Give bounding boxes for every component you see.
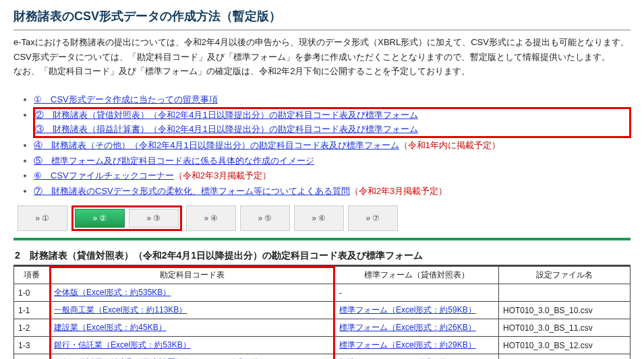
section-2-heading: 2 財務諸表（貸借対照表）（令和2年4月1日以降提出分）の勘定科目コード表及び標…	[15, 250, 631, 262]
toc-note-6: （令和2年3月掲載予定）	[174, 170, 271, 181]
cell-file: HOT010_3.0_BS_11.csv	[499, 319, 631, 337]
table-row: 1-3 銀行・信託業（Excel形式：約53KB） 標準フォーム（Excel形式…	[14, 337, 631, 354]
title-rule	[13, 30, 631, 30]
toc-item-4: ④ 財務諸表（その他）（令和2年4月1日以降提出分）の勘定科目コード表及び標準フ…	[34, 139, 631, 153]
cell-num: 1-2	[14, 319, 50, 337]
nav-btn-2[interactable]: » ②	[75, 209, 125, 228]
toc-link-4[interactable]: ④ 財務諸表（その他）（令和2年4月1日以降提出分）の勘定科目コード表及び標準フ…	[34, 140, 399, 150]
code-link[interactable]: 建設業（Excel形式：約45KB）	[54, 323, 167, 332]
form-link[interactable]: 標準フォーム（Excel形式：約29KB）	[339, 340, 476, 350]
nav-btn-6[interactable]: » ⑥	[294, 205, 344, 231]
cell-code: 全体版（Excel形式：約535KB）	[50, 284, 335, 302]
code-link[interactable]: 全体版（Excel形式：約535KB）	[54, 288, 171, 297]
code-link[interactable]: 一般商工業（Excel形式：約113KB）	[54, 305, 187, 315]
toc-list: ① CSV形式データ作成に当たっての留意事項 ② 財務諸表（貸借対照表）（令和2…	[13, 93, 631, 199]
page-title: 財務諸表のCSV形式データの作成方法（暫定版）	[13, 8, 631, 24]
cell-num: 1-0	[14, 284, 50, 302]
nav-btn-5[interactable]: » ⑤	[240, 205, 290, 231]
toc-item-1: ① CSV形式データ作成に当たっての留意事項	[34, 93, 631, 107]
cell-file	[499, 284, 631, 302]
form-link[interactable]: 標準フォーム（Excel形式：約59KB）	[339, 305, 476, 315]
toc-link-2[interactable]: ② 財務諸表（貸借対照表）（令和2年4月1日以降提出分）の勘定科目コード表及び標…	[35, 110, 418, 120]
table-row: 1-2 建設業（Excel形式：約45KB） 標準フォーム（Excel形式：約2…	[14, 319, 631, 337]
section-divider	[13, 238, 631, 240]
cell-code: 一般商工業（Excel形式：約113KB）	[50, 302, 335, 319]
th-file: 設定ファイル名	[499, 267, 631, 284]
intro-block: e-Taxにおける財務諸表の提出については、令和2年4月以後の申告から、現状のデ…	[13, 36, 631, 78]
toc-highlight-box: ② 財務諸表（貸借対照表）（令和2年4月1日以降提出分）の勘定科目コード表及び標…	[34, 108, 631, 137]
toc-link-6[interactable]: ⑥ CSVファイルチェックコーナー	[34, 170, 174, 181]
th-num: 項番	[14, 267, 50, 284]
cell-form: 標準フォーム（Excel形式：約26KB）	[335, 319, 499, 337]
toc-item-7: ⑦ 財務諸表のCSVデータ形式の柔軟化、標準フォーム等についてよくある質問（令和…	[34, 185, 631, 199]
cell-file: HOT010_3.0_BS_10.csv	[499, 302, 631, 319]
code-table: 項番 勘定科目コード表 標準フォーム（貸借対照表） 設定ファイル名 1-0 全体…	[13, 266, 631, 359]
cell-form: 標準フォーム（Excel形式：約59KB）	[335, 302, 499, 319]
cell-code: 銀行・信託業（特定取引勘定設置銀行）（Excel形式：約55KB）	[50, 354, 335, 359]
cell-file: HOT010_3.0_BS_12.csv	[499, 337, 631, 354]
table-header-row: 項番 勘定科目コード表 標準フォーム（貸借対照表） 設定ファイル名	[14, 267, 631, 284]
nav-btn-4[interactable]: » ④	[186, 205, 236, 231]
cell-form: 標準フォーム（Excel形式：約29KB）	[335, 337, 499, 354]
toc-link-3[interactable]: ③ 財務諸表（損益計算書）（令和2年4月1日以降提出分）の勘定科目コード表及び標…	[35, 124, 418, 134]
table-row: 1-0 全体版（Excel形式：約535KB） -	[14, 284, 631, 302]
toc-link-5[interactable]: ⑤ 標準フォーム及び勘定科目コード表に係る具体的な作成のイメージ	[34, 156, 314, 166]
table-row: 1-4 銀行・信託業（特定取引勘定設置銀行）（Excel形式：約55KB） 標準…	[14, 354, 631, 359]
cell-file: HOT010_3.0_BS_13.csv	[499, 354, 631, 359]
cell-code: 銀行・信託業（Excel形式：約53KB）	[50, 337, 335, 354]
toc-link-1[interactable]: ① CSV形式データ作成に当たっての留意事項	[34, 94, 218, 104]
cell-code: 建設業（Excel形式：約45KB）	[50, 319, 335, 337]
toc-note-4: （令和1年内に掲載予定）	[399, 140, 500, 150]
intro-line-3: なお、「勘定科目コード」及び「標準フォーム」の確定版は、令和2年2月下旬に公開す…	[13, 65, 631, 78]
intro-line-2: CSV形式データについては、「勘定科目コード」及び「標準フォーム」を参考に作成い…	[13, 51, 631, 64]
table-row: 1-1 一般商工業（Excel形式：約113KB） 標準フォーム（Excel形式…	[14, 302, 631, 319]
toc-item-5: ⑤ 標準フォーム及び勘定科目コード表に係る具体的な作成のイメージ	[34, 154, 631, 168]
toc-note-7: （令和2年3月掲載予定）	[350, 186, 447, 196]
cell-form: 標準フォーム（Excel形式：約30KB）	[335, 354, 499, 359]
nav-btn-3[interactable]: » ③	[129, 209, 179, 228]
cell-num: 1-4	[14, 354, 50, 359]
form-link[interactable]: 標準フォーム（Excel形式：約26KB）	[339, 323, 476, 332]
toc-item-6: ⑥ CSVファイルチェックコーナー（令和2年3月掲載予定）	[34, 169, 631, 183]
th-code-label: 勘定科目コード表	[160, 270, 225, 280]
intro-line-1: e-Taxにおける財務諸表の提出については、令和2年4月以後の申告から、現状のデ…	[13, 36, 631, 49]
toc-link-7[interactable]: ⑦ 財務諸表のCSVデータ形式の柔軟化、標準フォーム等についてよくある質問	[34, 186, 350, 196]
section-nav: » ① » ② » ③ » ④ » ⑤ » ⑥ » ⑦	[18, 205, 631, 231]
cell-form: -	[335, 284, 499, 302]
nav-highlight-box: » ② » ③	[71, 205, 182, 231]
nav-btn-1[interactable]: » ①	[18, 205, 67, 231]
cell-num: 1-1	[14, 302, 50, 319]
th-code: 勘定科目コード表	[50, 267, 335, 284]
cell-num: 1-3	[14, 337, 50, 354]
nav-btn-7[interactable]: » ⑦	[348, 205, 398, 231]
code-link[interactable]: 銀行・信託業（Excel形式：約53KB）	[54, 340, 191, 350]
th-form: 標準フォーム（貸借対照表）	[335, 267, 499, 284]
